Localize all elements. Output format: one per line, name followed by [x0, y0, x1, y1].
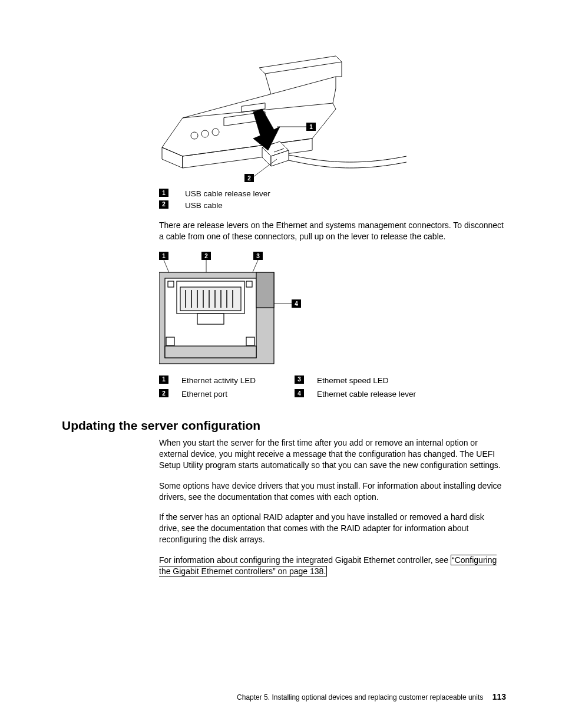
footer-page-number: 113: [492, 692, 506, 701]
paragraph-raid: If the server has an optional RAID adapt…: [159, 512, 506, 545]
figure-ethernet: 1 2 3: [159, 252, 506, 401]
svg-rect-47: [168, 281, 174, 287]
usb-legend: 1 USB cable release lever 2 USB cable: [159, 189, 506, 210]
svg-rect-34: [256, 272, 274, 308]
svg-text:1: 1: [309, 124, 313, 130]
callout-3-icon: 3: [295, 375, 304, 384]
svg-text:1: 1: [162, 253, 166, 259]
svg-rect-50: [246, 337, 254, 345]
svg-text:3: 3: [256, 253, 260, 259]
paragraph-config-changed: When you start the server for the first …: [159, 437, 506, 471]
legend-label: Ethernet port: [181, 389, 227, 400]
svg-text:4: 4: [295, 301, 298, 307]
ethernet-legend: 1 Ethernet activity LED 2 Ethernet port …: [159, 375, 506, 401]
paragraph-release-levers: There are release levers on the Ethernet…: [159, 220, 506, 242]
footer-chapter: Chapter 5. Installing optional devices a…: [237, 693, 483, 701]
paragraph-device-drivers: Some options have device drivers that yo…: [159, 480, 506, 503]
callout-4-icon: 4: [295, 389, 304, 397]
document-page: 1 2 1 USB cable release lever 2 USB cabl…: [0, 0, 562, 728]
svg-line-6: [265, 74, 271, 94]
section-body: When you start the server for the first …: [159, 437, 506, 577]
callout-2-icon: 2: [159, 389, 168, 397]
legend-label: USB cable: [185, 200, 223, 211]
figure-usb: 1 2 1 USB cable release lever 2 USB cabl…: [159, 53, 506, 242]
heading-updating-config: Updating the server configuration: [62, 419, 506, 433]
legend-label: Ethernet speed LED: [317, 375, 389, 386]
legend-label: Ethernet activity LED: [181, 375, 256, 386]
legend-label: Ethernet cable release lever: [317, 389, 416, 400]
svg-rect-49: [166, 337, 174, 345]
svg-text:2: 2: [247, 175, 251, 182]
legend-label: USB cable release lever: [185, 189, 270, 199]
callout-1-icon: 1: [159, 375, 168, 384]
page-footer: Chapter 5. Installing optional devices a…: [237, 692, 506, 701]
para5-pretext: For information about configuring the in…: [159, 555, 451, 565]
usb-diagram-svg: 1 2: [159, 53, 506, 183]
svg-line-20: [253, 159, 277, 177]
svg-text:2: 2: [204, 253, 208, 259]
svg-rect-46: [197, 314, 224, 324]
callout-1-icon: 1: [159, 189, 168, 197]
svg-rect-48: [246, 281, 252, 287]
svg-line-5: [333, 88, 336, 103]
ethernet-diagram-svg: 1 2 3: [159, 252, 506, 370]
svg-rect-51: [165, 346, 256, 358]
paragraph-ethernet-config: For information about configuring the in…: [159, 555, 506, 577]
callout-2-icon: 2: [159, 200, 168, 209]
svg-rect-36: [180, 287, 241, 311]
